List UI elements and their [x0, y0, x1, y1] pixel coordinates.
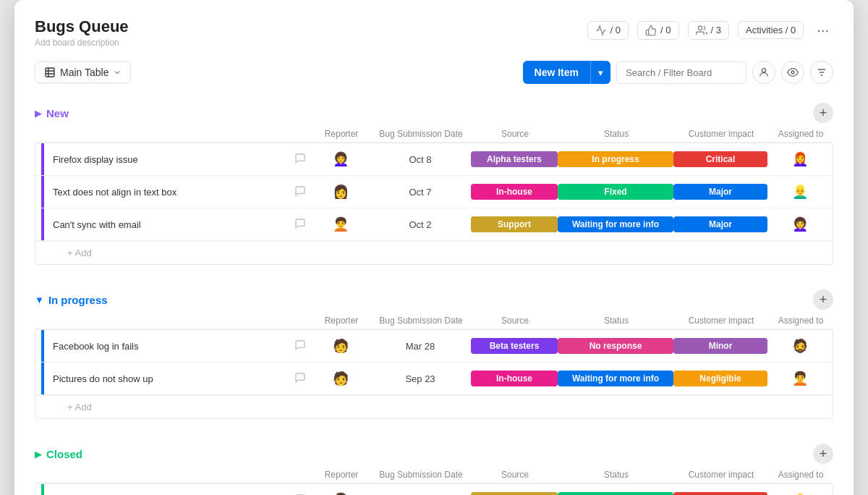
- status-badge[interactable]: In progress: [558, 151, 673, 167]
- likes-stat[interactable]: / 0: [637, 21, 678, 40]
- activity-stat[interactable]: / 0: [587, 21, 629, 40]
- chat-icon[interactable]: [294, 185, 306, 199]
- new-item-dropdown-button[interactable]: ▾: [590, 61, 610, 84]
- section-closed: ▶Closed+ReporterBug Submission DateSourc…: [35, 439, 833, 495]
- row-name-text: Can't sync with email: [50, 219, 141, 230]
- col-header-assigned-to: Assigned to: [768, 129, 833, 139]
- col-header-bug-submission-date: Bug Submission Date: [370, 129, 472, 139]
- chat-icon[interactable]: [294, 372, 306, 386]
- reporter-avatar: 🧑: [331, 336, 351, 356]
- date-cell: Oct 7: [370, 187, 471, 198]
- board-description[interactable]: Add board description: [35, 38, 129, 48]
- section-toggle-inprogress[interactable]: ▼: [35, 295, 44, 305]
- board-info: Bugs Queue Add board description: [35, 17, 129, 48]
- impact-cell: Negligible: [673, 371, 767, 386]
- row-border: [41, 143, 44, 175]
- table-row[interactable]: Text does not align in text box👩Oct 7In-…: [35, 176, 833, 208]
- col-name-header-closed: [58, 470, 312, 480]
- svg-rect-1: [46, 68, 54, 77]
- source-badge[interactable]: Beta testers: [471, 338, 558, 354]
- impact-cell: Critical: [673, 151, 767, 167]
- table-row[interactable]: Can't log in in the app🧑‍🦱Aug 29SupportF…: [35, 484, 833, 495]
- source-badge[interactable]: In-house: [471, 184, 558, 200]
- source-badge[interactable]: In-house: [471, 371, 558, 386]
- status-badge[interactable]: Waiting for more info: [558, 216, 673, 232]
- section-title-new[interactable]: New: [46, 107, 69, 119]
- source-cell: Support: [471, 216, 558, 232]
- add-column-button-new[interactable]: +: [813, 103, 833, 123]
- svg-point-2: [762, 69, 765, 72]
- source-cell: Support: [471, 492, 558, 495]
- main-table-label: Main Table: [60, 67, 109, 78]
- assigned-cell: 🧑‍🦱: [767, 368, 833, 389]
- impact-badge[interactable]: Minor: [673, 338, 767, 354]
- add-row-button-new[interactable]: + Add: [35, 241, 833, 264]
- assigned-avatar: 👩‍🦰: [790, 149, 810, 169]
- impact-badge[interactable]: Critical: [673, 151, 767, 167]
- svg-point-3: [791, 71, 794, 74]
- status-badge[interactable]: Waiting for more info: [558, 371, 673, 386]
- source-badge[interactable]: Support: [471, 216, 558, 232]
- main-table-button[interactable]: Main Table: [35, 62, 131, 83]
- search-input[interactable]: [616, 62, 746, 84]
- reporter-avatar: 👩: [331, 182, 351, 202]
- row-border: [41, 208, 44, 240]
- status-badge[interactable]: No response: [558, 338, 673, 354]
- table-body-closed: Can't log in in the app🧑‍🦱Aug 29SupportF…: [35, 483, 833, 495]
- eye-icon[interactable]: [781, 61, 804, 84]
- main-window: Bugs Queue Add board description / 0 / 0…: [14, 0, 854, 495]
- impact-cell: Major: [673, 216, 767, 232]
- source-cell: Alpha testers: [471, 151, 558, 167]
- row-name-text: Text does not align in text box: [50, 187, 176, 198]
- col-header-source: Source: [472, 470, 558, 480]
- row-name-text: Facebook log in fails: [50, 341, 139, 352]
- add-row-button-inprogress[interactable]: + Add: [35, 395, 833, 418]
- row-name-text: Firefox display issue: [50, 154, 138, 165]
- source-badge[interactable]: Alpha testers: [471, 151, 558, 167]
- row-name-cell: Text does not align in text box: [35, 176, 312, 208]
- chat-icon[interactable]: [294, 153, 306, 166]
- row-name-cell: Pictures do not show up: [35, 363, 312, 394]
- assigned-avatar: 🧔: [790, 336, 810, 356]
- section-toggle-closed[interactable]: ▶: [35, 449, 42, 460]
- table-row[interactable]: Can't sync with email🧑‍🦱Oct 2SupportWait…: [35, 208, 833, 241]
- chat-icon[interactable]: [294, 218, 306, 232]
- status-cell: No response: [558, 338, 673, 354]
- section-title-closed[interactable]: Closed: [46, 448, 82, 460]
- users-stat[interactable]: / 3: [688, 21, 729, 40]
- toolbar-right: New Item ▾: [523, 61, 833, 84]
- add-column-button-closed[interactable]: +: [813, 444, 833, 464]
- filter-icon[interactable]: [810, 61, 833, 84]
- status-badge[interactable]: Fixed: [558, 184, 673, 200]
- activities-stat[interactable]: Activities / 0: [738, 21, 804, 39]
- section-toggle-new[interactable]: ▶: [35, 108, 42, 119]
- new-item-button[interactable]: New Item: [523, 61, 590, 84]
- col-headers-new: ReporterBug Submission DateSourceStatusC…: [35, 126, 833, 143]
- row-border: [41, 330, 44, 362]
- section-new: ▶New+ReporterBug Submission DateSourceSt…: [35, 98, 833, 265]
- row-name-cell: Can't log in in the app: [35, 484, 312, 495]
- impact-badge[interactable]: Major: [673, 216, 767, 232]
- impact-badge[interactable]: Negligible: [673, 371, 767, 386]
- likes-count: / 0: [660, 25, 671, 35]
- chat-icon[interactable]: [294, 339, 306, 353]
- section-title-inprogress[interactable]: In progress: [48, 294, 108, 306]
- row-name-cell: Can't sync with email: [35, 208, 312, 240]
- impact-badge[interactable]: Critical: [673, 492, 767, 495]
- source-badge[interactable]: Support: [471, 492, 558, 495]
- impact-badge[interactable]: Major: [673, 184, 767, 200]
- add-column-button-inprogress[interactable]: +: [813, 289, 833, 310]
- table-row[interactable]: Facebook log in fails🧑Mar 28Beta testers…: [35, 330, 833, 363]
- section-header-closed: ▶Closed+: [35, 439, 833, 467]
- more-options-button[interactable]: ···: [812, 20, 833, 40]
- user-icon[interactable]: [752, 61, 775, 84]
- col-header-customer-impact: Customer impact: [674, 316, 768, 326]
- date-cell: Sep 23: [370, 373, 471, 384]
- status-cell: In progress: [558, 151, 673, 167]
- source-cell: In-house: [471, 184, 558, 200]
- status-badge[interactable]: Fixed: [558, 492, 673, 495]
- activity-count: / 0: [610, 25, 621, 35]
- table-row[interactable]: Firefox display issue👩‍🦱Oct 8Alpha teste…: [35, 143, 833, 176]
- col-name-header-inprogress: [58, 316, 312, 326]
- table-row[interactable]: Pictures do not show up🧑Sep 23In-houseWa…: [35, 363, 833, 395]
